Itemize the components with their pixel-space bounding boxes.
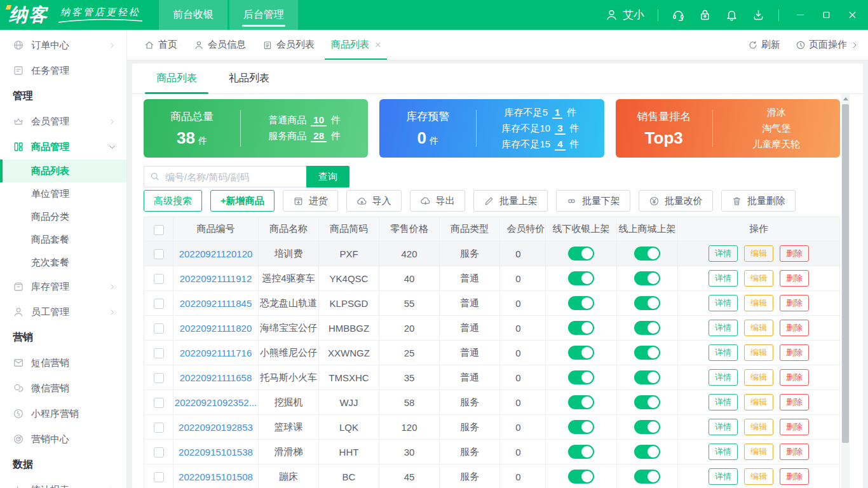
online-shelf-toggle[interactable] — [634, 271, 660, 285]
vertical-scrollbar[interactable] — [841, 94, 850, 488]
lock-icon[interactable] — [698, 8, 712, 22]
sidebar-item[interactable]: 任务管理 — [0, 58, 126, 83]
online-shelf-toggle[interactable] — [634, 346, 660, 360]
refresh-button[interactable]: 刷新 — [748, 39, 780, 51]
headset-icon[interactable] — [672, 8, 685, 22]
sidebar-subitem[interactable]: 商品分类 — [0, 205, 126, 228]
sidebar-subitem[interactable]: 单位管理 — [0, 182, 126, 205]
online-shelf-toggle[interactable] — [634, 321, 660, 335]
detail-button[interactable]: 详情 — [709, 419, 738, 435]
delete-button[interactable]: 删除 — [780, 468, 809, 485]
delete-button[interactable]: 删除 — [780, 394, 809, 410]
minimize-button[interactable] — [795, 10, 806, 20]
row-checkbox[interactable] — [154, 447, 164, 458]
row-checkbox[interactable] — [154, 299, 164, 309]
detail-button[interactable]: 详情 — [709, 369, 738, 386]
product-id-link[interactable]: 20220921120120 — [179, 248, 253, 259]
sidebar-item[interactable]: 订单中心 — [0, 32, 126, 58]
delete-button[interactable]: 删除 — [780, 369, 809, 386]
unlink-button[interactable]: 批量下架 — [556, 190, 630, 212]
user-menu[interactable]: 艾小 — [605, 8, 644, 22]
download-icon[interactable] — [752, 8, 765, 22]
edit-button[interactable]: 编辑 — [744, 369, 773, 386]
online-shelf-toggle[interactable] — [634, 296, 660, 310]
offline-shelf-toggle[interactable] — [568, 271, 594, 285]
close-tab-icon[interactable]: × — [375, 39, 381, 51]
trash-button[interactable]: 批量删除 — [721, 190, 796, 212]
advanced-search-button[interactable]: 高级搜索 — [144, 190, 202, 212]
titlebar-tab-1[interactable]: 后台管理 — [229, 0, 298, 30]
detail-button[interactable]: 详情 — [709, 245, 738, 262]
detail-button[interactable]: 详情 — [709, 270, 738, 287]
row-checkbox[interactable] — [154, 249, 164, 259]
offline-shelf-toggle[interactable] — [568, 321, 594, 335]
purchase-button[interactable]: 进货 — [283, 190, 338, 212]
edit-button[interactable]: 编辑 — [744, 344, 773, 361]
pencil-button[interactable]: 批量上架 — [473, 190, 548, 212]
offline-shelf-toggle[interactable] — [568, 395, 594, 409]
product-id-link[interactable]: 20220921111716 — [180, 348, 252, 358]
sidebar-item[interactable]: 微信营销 — [0, 376, 126, 401]
detail-button[interactable]: 详情 — [709, 394, 738, 410]
product-id-link[interactable]: 20220921111912 — [180, 273, 252, 284]
sidebar-subitem[interactable]: 商品列表 — [0, 159, 126, 182]
delete-button[interactable]: 删除 — [780, 444, 809, 460]
row-checkbox[interactable] — [154, 348, 164, 358]
edit-button[interactable]: 编辑 — [744, 320, 773, 336]
close-button[interactable] — [847, 10, 858, 20]
page-tab-0[interactable]: 首页 — [136, 30, 186, 60]
row-checkbox[interactable] — [154, 423, 164, 433]
row-checkbox[interactable] — [154, 373, 164, 383]
scrollbar-thumb[interactable] — [842, 104, 849, 443]
online-shelf-toggle[interactable] — [634, 445, 660, 459]
maximize-button[interactable] — [821, 10, 832, 20]
sidebar-item[interactable]: 员工管理 — [0, 299, 126, 325]
product-id-link[interactable]: 20220921111820 — [180, 323, 252, 334]
yen-button[interactable]: 批量改价 — [639, 190, 713, 212]
import-button[interactable]: 导入 — [346, 190, 402, 212]
scrollbar-up-arrow[interactable] — [841, 94, 850, 104]
online-shelf-toggle[interactable] — [634, 420, 660, 434]
select-all-checkbox[interactable] — [154, 225, 164, 235]
edit-button[interactable]: 编辑 — [744, 394, 773, 410]
offline-shelf-toggle[interactable] — [568, 296, 594, 310]
sidebar-item[interactable]: 营销中心 — [0, 426, 126, 452]
online-shelf-toggle[interactable] — [634, 247, 660, 261]
inner-tab-1[interactable]: 礼品列表 — [217, 64, 281, 93]
online-shelf-toggle[interactable] — [634, 470, 660, 484]
product-id-link[interactable]: 20220915101538 — [179, 447, 253, 458]
export-button[interactable]: 导出 — [410, 190, 465, 212]
sidebar-item[interactable]: 小程序营销 — [0, 401, 126, 426]
delete-button[interactable]: 删除 — [780, 419, 809, 435]
bell-icon[interactable] — [725, 8, 738, 22]
delete-button[interactable]: 删除 — [780, 295, 809, 311]
delete-button[interactable]: 删除 — [780, 245, 809, 262]
row-checkbox[interactable] — [154, 472, 164, 482]
product-id-link[interactable]: 20220921092352... — [175, 397, 257, 408]
edit-button[interactable]: 编辑 — [744, 295, 773, 311]
detail-button[interactable]: 详情 — [709, 295, 738, 311]
page-operations-button[interactable]: 页面操作 — [796, 39, 859, 51]
offline-shelf-toggle[interactable] — [568, 247, 594, 261]
sidebar-item[interactable]: 商品管理 — [0, 134, 126, 159]
edit-button[interactable]: 编辑 — [744, 270, 773, 287]
online-shelf-toggle[interactable] — [634, 370, 660, 384]
online-shelf-toggle[interactable] — [634, 395, 660, 409]
detail-button[interactable]: 详情 — [709, 444, 738, 460]
detail-button[interactable]: 详情 — [709, 344, 738, 361]
product-id-link[interactable]: 20220921111658 — [180, 372, 252, 383]
row-checkbox[interactable] — [154, 398, 164, 408]
edit-button[interactable]: 编辑 — [744, 468, 773, 485]
offline-shelf-toggle[interactable] — [568, 445, 594, 459]
sidebar-subitem[interactable]: 充次套餐 — [0, 251, 126, 274]
detail-button[interactable]: 详情 — [709, 468, 738, 485]
add-product-button[interactable]: +新增商品 — [210, 190, 275, 212]
product-id-link[interactable]: 20220915101508 — [179, 471, 253, 482]
sidebar-item[interactable]: 短信营销 — [0, 350, 126, 376]
delete-button[interactable]: 删除 — [780, 344, 809, 361]
offline-shelf-toggle[interactable] — [568, 470, 594, 484]
detail-button[interactable]: 详情 — [709, 320, 738, 336]
row-checkbox[interactable] — [154, 323, 164, 334]
sidebar-item[interactable]: 会员管理 — [0, 109, 126, 134]
row-checkbox[interactable] — [154, 274, 164, 284]
